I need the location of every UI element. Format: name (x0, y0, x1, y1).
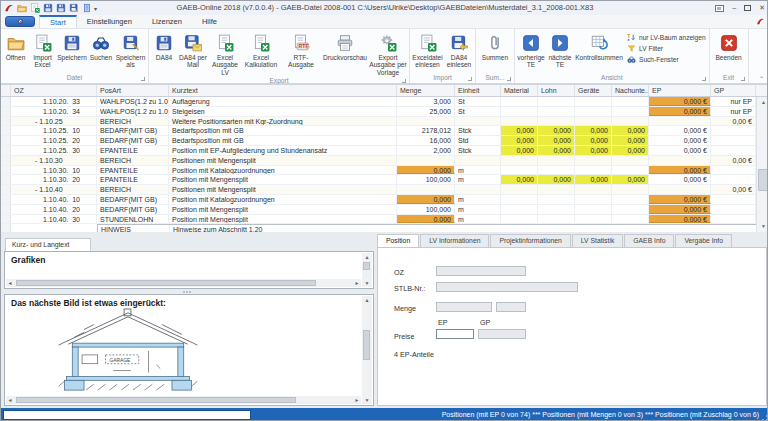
detail-tab-gaeb-info[interactable]: GAEB Info (624, 234, 674, 247)
langtext-bottom-hscroll[interactable]: ◄ ► (6, 396, 361, 404)
dialog-launcher-icon[interactable] (741, 77, 745, 81)
collapse-ribbon-icon[interactable]: ⌃ (759, 75, 764, 82)
column-header-lohn[interactable]: Lohn (538, 85, 575, 96)
close-button[interactable]: ✕ (759, 3, 765, 13)
grid-row[interactable]: 1.10.40. 30STUNDENLOHNPosition mit Menge… (1, 215, 768, 225)
detail-tab-position[interactable]: Position (377, 234, 419, 247)
gp-price-field[interactable] (478, 329, 526, 339)
ep-price-field[interactable] (436, 329, 474, 339)
detail-tab-projektinformationen[interactable]: Projektinformationen (490, 234, 570, 247)
ribbon-button--ffnen[interactable]: Öffnen (2, 30, 29, 61)
grid-row[interactable]: 1.10.25. 30EPANTEILEPosition mit EP-Aufg… (1, 146, 768, 156)
scroll-up-icon[interactable]: ▲ (362, 296, 372, 304)
scroll-down-icon[interactable]: ▼ (362, 279, 372, 287)
column-header-ep[interactable]: EP (649, 85, 711, 96)
grid-row[interactable]: 1.10.25. 20BEDARF(MIT GB)Bedarfsposition… (1, 136, 768, 146)
langtext-bottom-vscroll[interactable]: ▲ ▼ (362, 296, 372, 404)
dialog-launcher-icon[interactable] (702, 77, 706, 81)
ribbon-button-druckvorschau[interactable]: Druckvorschau (322, 30, 368, 61)
status-search-box[interactable] (3, 410, 251, 420)
grid-row[interactable]: 1.10.30. 20EPANTEILEPosition mit Mengens… (1, 175, 768, 185)
ribbon-button-excel-kalkulation[interactable]: Excel Kalkulation (242, 30, 280, 69)
stlb-field[interactable] (436, 282, 578, 292)
ribbon-small-button-lv-filter[interactable]: LV Filter (627, 44, 706, 53)
ribbon-button-da84[interactable]: DA84 (150, 30, 178, 61)
grid-row[interactable]: 1.10.20. 34WAHLPOS(1.2 zu 1.0)Steigeisen… (1, 107, 768, 117)
ribbon-button-da84-per-mail[interactable]: DA84 per Mail (178, 30, 208, 69)
ribbon-style-icon[interactable] (715, 5, 724, 12)
grid-row[interactable]: 1.10.40. 20BEDARF(MIT GB)Position mit Me… (1, 205, 768, 215)
column-header-einheit[interactable]: Einheit (455, 85, 501, 96)
scroll-right-icon[interactable]: ► (353, 397, 361, 403)
scroll-right-icon[interactable]: ► (353, 280, 361, 286)
dialog-launcher-icon[interactable] (507, 77, 511, 81)
ribbon-button-vorherige-te[interactable]: vorherige TE (516, 30, 546, 69)
column-header-kurztext[interactable]: Kurztext (169, 85, 397, 96)
ribbon-button-export-ausgabe-per-vorlage[interactable]: Export Ausgabe per Vorlage (368, 30, 408, 76)
oz-field[interactable] (436, 266, 526, 276)
ribbon-button-speichern[interactable]: Speichern (56, 30, 88, 61)
qat-dropdown-icon[interactable]: ▾ (94, 5, 97, 12)
scroll-down-icon[interactable]: ▼ (362, 396, 372, 404)
grid-row[interactable]: 1.10.25. 10BEDARF(MIT GB)Bedarfsposition… (1, 126, 768, 136)
grid-row[interactable]: - 1.10.30BEREICHPositionen mit Mengenspl… (1, 156, 768, 166)
ribbon-button-beenden[interactable]: Beenden (711, 30, 747, 61)
grid-row[interactable]: 1.10.40. 10BEDARF(MIT GB)Position mit Ka… (1, 195, 768, 205)
column-header-material[interactable]: Material (501, 85, 538, 96)
minimize-button[interactable]: – (732, 3, 736, 13)
menge-field[interactable] (436, 302, 492, 312)
grid-row[interactable]: 1.10.20. 33WAHLPOS(1.2 zu 1.0)Auflagerun… (1, 97, 768, 107)
scroll-left-icon[interactable]: ◄ (6, 397, 14, 403)
tab-kurz-und-langtext[interactable]: Kurz- und Langtext (5, 238, 91, 251)
einheit-field[interactable] (496, 302, 526, 312)
resize-grip[interactable] (762, 415, 768, 421)
ribbon-button-suchen[interactable]: Suchen (88, 30, 114, 61)
menu-tab-lizenzen[interactable]: Lizenzen (142, 15, 192, 28)
ribbon-small-button-such-fenster[interactable]: Such-Fenster (627, 55, 706, 64)
scroll-up-icon[interactable]: ▲ (362, 253, 372, 261)
dialog-launcher-icon[interactable] (468, 77, 472, 81)
scroll-thumb[interactable] (16, 280, 316, 286)
menu-tab-hilfe[interactable]: Hilfe (192, 15, 227, 28)
maximize-button[interactable] (744, 5, 751, 11)
grid-row[interactable]: 1.10.30. 10EPANTEILEPosition mit Katalog… (1, 166, 768, 176)
scroll-down-icon[interactable]: ▼ (757, 221, 768, 232)
ribbon-button-summen[interactable]: Summen (477, 30, 513, 61)
scroll-thumb[interactable] (363, 262, 370, 270)
ribbon-small-button-nur-lv-baum-anzeigen[interactable]: Tznur LV-Baum anzeigen (627, 33, 706, 42)
detail-tab-lv-informationen[interactable]: LV Informationen (420, 234, 489, 247)
column-header-oz[interactable]: OZ (11, 85, 97, 96)
ribbon-button-rtf-ausgabe[interactable]: RTFRTF-Ausgabe (280, 30, 322, 69)
ribbon-button-speichern-als[interactable]: Speichern als (114, 30, 147, 69)
column-header-menge[interactable]: Menge (397, 85, 455, 96)
menu-tab-einstellungen[interactable]: Einstellungen (77, 15, 142, 28)
ribbon-button-import-excel[interactable]: Import Excel (29, 30, 56, 69)
langtext-top-hscroll[interactable]: ◄ ► (6, 279, 361, 287)
ribbon-button-kontrollsummen[interactable]: Kontrollsummen (574, 30, 624, 61)
dialog-launcher-icon[interactable] (141, 77, 145, 81)
ribbon-button-da84-einlesen[interactable]: DA84 einlesen (444, 30, 474, 69)
dialog-launcher-icon[interactable] (402, 79, 406, 83)
scroll-thumb[interactable] (16, 397, 296, 403)
grid-vertical-scrollbar[interactable]: ▲ ▼ (756, 97, 768, 232)
column-header-posart[interactable]: PosArt (97, 85, 169, 96)
scroll-up-icon[interactable]: ▲ (757, 97, 768, 108)
menu-tab-start[interactable]: Start (39, 15, 77, 28)
column-header-gp[interactable]: GP (711, 85, 756, 96)
grid-row[interactable]: - 1.10.40BEREICHPositionen mit Mengenspl… (1, 185, 768, 195)
scroll-thumb[interactable] (363, 330, 370, 360)
ribbon-button-n-chste-te[interactable]: nächste TE (546, 30, 574, 69)
app-menu-button[interactable] (5, 16, 35, 27)
grid-scroll-thumb[interactable] (758, 169, 768, 191)
grid-row[interactable]: HINWEISHinweise zum Abschnitt 1.20 (1, 224, 768, 232)
langtext-top-vscroll[interactable]: ▲ ▼ (362, 253, 372, 287)
ribbon-button-exceldatei-einlesen[interactable]: Exceldatei einlesen (411, 30, 444, 69)
ribbon-button-excel-ausgabe-lv[interactable]: Excel Ausgabe LV (208, 30, 242, 76)
grid-row[interactable]: - 1.10.25BEREICHWeitere Positionsarten m… (1, 117, 768, 127)
scroll-left-icon[interactable]: ◄ (6, 280, 14, 286)
detail-tab-lv-statistik[interactable]: LV Statistik (572, 234, 624, 247)
column-header-nachunte[interactable]: Nachunte... (612, 85, 649, 96)
column-header-gerte[interactable]: Geräte (575, 85, 612, 96)
panel-splitter[interactable] (7, 290, 367, 293)
detail-tab-vergabe-info[interactable]: Vergabe Info (675, 234, 732, 247)
